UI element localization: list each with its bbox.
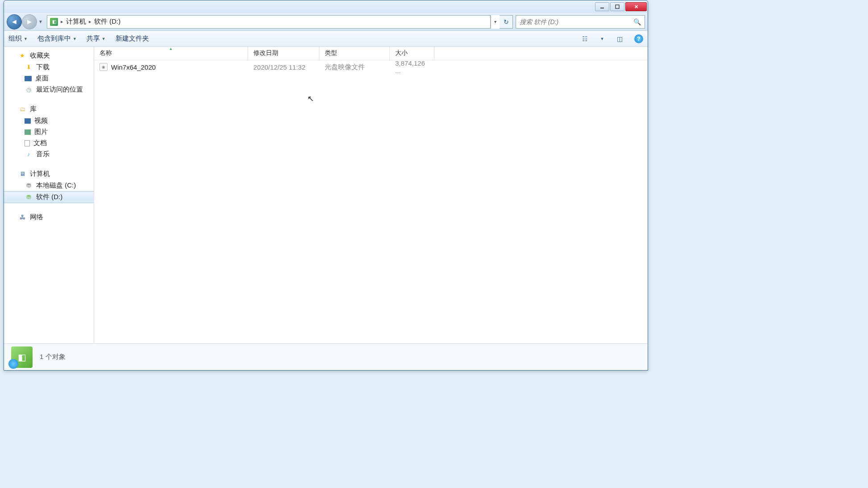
sidebar-drive-c[interactable]: ⛃本地磁盘 (C:): [4, 180, 94, 191]
share-menu[interactable]: 共享▼: [87, 34, 106, 43]
sidebar: ★收藏夹 ⬇下载 桌面 ◷最近访问的位置 🗂库 视频 图片 文档 ♪音乐 🖥计算…: [4, 47, 94, 343]
back-button[interactable]: ◄: [7, 14, 22, 29]
sidebar-documents[interactable]: 文档: [4, 138, 94, 149]
refresh-button[interactable]: ↻: [500, 15, 513, 29]
chevron-down-icon: ▼: [73, 37, 77, 41]
body: ★收藏夹 ⬇下载 桌面 ◷最近访问的位置 🗂库 视频 图片 文档 ♪音乐 🖥计算…: [4, 47, 648, 343]
breadcrumb-sep-icon: ▸: [61, 19, 63, 25]
drive-large-icon: ◧: [11, 346, 33, 368]
document-icon: [25, 140, 30, 146]
sidebar-label: 视频: [34, 117, 48, 125]
close-button[interactable]: ✕: [625, 2, 647, 11]
sidebar-pictures[interactable]: 图片: [4, 126, 94, 138]
sidebar-desktop[interactable]: 桌面: [4, 73, 94, 84]
file-name: Win7x64_2020: [111, 63, 156, 71]
chevron-down-icon: ▼: [24, 37, 28, 41]
column-type[interactable]: 类型: [319, 47, 390, 60]
nav-buttons: ◄ ► ▼: [7, 14, 44, 29]
computer-icon: 🖥: [18, 170, 26, 178]
sidebar-recent[interactable]: ◷最近访问的位置: [4, 84, 94, 95]
breadcrumb-current[interactable]: 软件 (D:): [94, 17, 120, 26]
file-list[interactable]: 名称▲ 修改日期 类型 大小 ◉ Win7x64_2020 2020/12/25…: [94, 47, 648, 343]
organize-menu[interactable]: 组织▼: [8, 34, 28, 43]
status-bar: ◧ 1 个对象: [4, 343, 648, 370]
titlebar: ✕: [4, 0, 648, 13]
sidebar-label: 收藏夹: [30, 51, 50, 60]
file-type-cell: 光盘映像文件: [319, 63, 390, 71]
sidebar-music[interactable]: ♪音乐: [4, 149, 94, 160]
forward-button[interactable]: ►: [22, 14, 37, 29]
address-bar[interactable]: ◧ ▸ 计算机 ▸ 软件 (D:): [47, 15, 491, 29]
file-row[interactable]: ◉ Win7x64_2020 2020/12/25 11:32 光盘映像文件 3…: [94, 60, 648, 74]
drive-icon: ⛃: [25, 193, 33, 201]
sidebar-network[interactable]: 🖧网络: [4, 211, 94, 223]
toolbar: 组织▼ 包含到库中▼ 共享▼ 新建文件夹 ☷ ▼ ◫ ?: [4, 31, 648, 47]
sidebar-favorites[interactable]: ★收藏夹: [4, 50, 94, 62]
drive-icon: ◧: [50, 18, 58, 26]
sidebar-label: 文档: [33, 139, 47, 147]
sidebar-label: 最近访问的位置: [36, 85, 83, 94]
download-icon: ⬇: [25, 63, 33, 71]
status-text: 1 个对象: [40, 353, 66, 361]
new-folder-button[interactable]: 新建文件夹: [116, 34, 149, 43]
library-icon: 🗂: [18, 105, 26, 113]
iso-file-icon: ◉: [99, 63, 107, 71]
sidebar-label: 软件 (D:): [36, 193, 62, 201]
star-icon: ★: [18, 52, 26, 60]
col-label: 名称: [99, 49, 112, 56]
include-label: 包含到库中: [37, 34, 71, 43]
minimize-button[interactable]: [595, 2, 609, 11]
video-icon: [25, 118, 31, 124]
breadcrumb-sep-icon: ▸: [89, 19, 91, 25]
column-date[interactable]: 修改日期: [248, 47, 319, 60]
view-mode-button[interactable]: ☷: [580, 34, 590, 44]
explorer-window: ✕ ◄ ► ▼ ◧ ▸ 计算机 ▸ 软件 (D:) ▾ ↻ 🔍 组织▼ 包含到库…: [4, 0, 648, 371]
search-input[interactable]: [520, 18, 633, 25]
maximize-button[interactable]: [610, 2, 624, 11]
desktop-icon: [25, 76, 32, 81]
address-dropdown[interactable]: ▾: [491, 15, 500, 29]
help-button[interactable]: ?: [634, 34, 643, 43]
sidebar-label: 下载: [36, 63, 50, 71]
mouse-cursor-icon: ↖: [307, 94, 314, 104]
sidebar-label: 音乐: [36, 150, 50, 158]
sidebar-label: 桌面: [35, 74, 49, 83]
include-in-library-menu[interactable]: 包含到库中▼: [37, 34, 77, 43]
music-icon: ♪: [25, 150, 33, 158]
file-name-cell: ◉ Win7x64_2020: [94, 63, 248, 71]
address-bar-row: ◄ ► ▼ ◧ ▸ 计算机 ▸ 软件 (D:) ▾ ↻ 🔍: [4, 13, 648, 31]
sidebar-label: 本地磁盘 (C:): [36, 181, 76, 190]
search-box[interactable]: 🔍: [516, 15, 645, 29]
newfolder-label: 新建文件夹: [116, 34, 149, 43]
column-name[interactable]: 名称▲: [94, 47, 248, 60]
view-dropdown[interactable]: ▼: [599, 34, 605, 44]
sidebar-label: 库: [30, 105, 37, 113]
nav-history-dropdown[interactable]: ▼: [37, 14, 44, 29]
chevron-down-icon: ▼: [102, 37, 106, 41]
sidebar-computer[interactable]: 🖥计算机: [4, 168, 94, 180]
share-label: 共享: [87, 34, 100, 43]
picture-icon: [25, 129, 31, 135]
svg-rect-1: [616, 5, 619, 8]
column-size[interactable]: 大小: [390, 47, 434, 60]
sidebar-downloads[interactable]: ⬇下载: [4, 62, 94, 73]
sidebar-libraries[interactable]: 🗂库: [4, 103, 94, 115]
sidebar-videos[interactable]: 视频: [4, 115, 94, 126]
network-icon: 🖧: [18, 213, 26, 221]
sidebar-label: 计算机: [30, 170, 50, 178]
file-date-cell: 2020/12/25 11:32: [248, 63, 319, 71]
search-icon: 🔍: [633, 18, 641, 25]
file-size-cell: 3,874,126 ...: [390, 59, 434, 75]
sidebar-drive-d[interactable]: ⛃软件 (D:): [4, 191, 94, 203]
organize-label: 组织: [8, 34, 22, 43]
column-headers: 名称▲ 修改日期 类型 大小: [94, 47, 648, 60]
sidebar-label: 网络: [30, 213, 43, 221]
sidebar-label: 图片: [34, 128, 48, 136]
sort-asc-icon: ▲: [169, 46, 173, 51]
recent-icon: ◷: [25, 86, 33, 94]
preview-pane-button[interactable]: ◫: [615, 34, 624, 44]
drive-icon: ⛃: [25, 182, 33, 190]
breadcrumb-computer[interactable]: 计算机: [66, 17, 86, 26]
